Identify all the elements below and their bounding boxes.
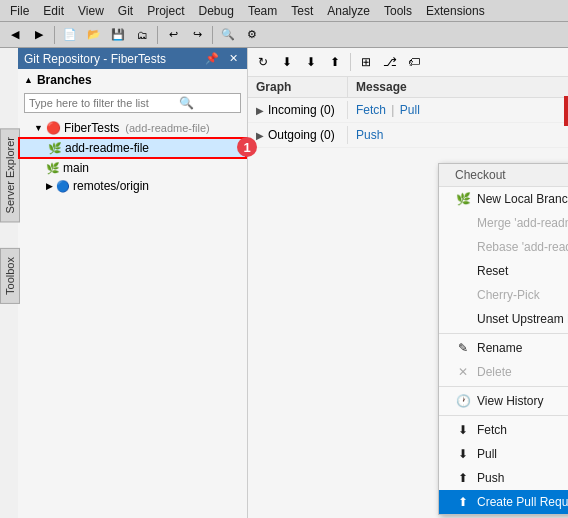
branch-main[interactable]: 🌿 main	[18, 159, 247, 177]
outgoing-row: ▶ Outgoing (0) Push	[248, 123, 568, 148]
fetch-link[interactable]: Fetch	[356, 103, 386, 117]
branch-add-readme[interactable]: 🌿 add-readme-file	[18, 137, 247, 159]
pull-btn[interactable]: ⬇	[300, 51, 322, 73]
ctx-rename[interactable]: ✎ Rename	[439, 336, 568, 360]
ctx-merge: Merge 'add-readme-file' into 'add-readme…	[439, 211, 568, 235]
new-branch-icon: 🌿	[455, 192, 471, 206]
fetch-icon: ⬇	[455, 423, 471, 437]
branch-label-main: main	[63, 161, 89, 175]
fetch-remote-btn[interactable]: ⬇	[276, 51, 298, 73]
git-panel: Git Repository - FiberTests 📌 ✕ ▲ Branch…	[18, 48, 248, 518]
toolbar-sep-1	[54, 26, 55, 44]
repo-root-item[interactable]: ▼ 🔴 FiberTests (add-readme-file)	[18, 119, 247, 137]
ctx-pull[interactable]: ⬇ Pull	[439, 442, 568, 466]
search-btn[interactable]: 🔍	[217, 24, 239, 46]
redo-btn[interactable]: ↪	[186, 24, 208, 46]
remote-icon: 🔵	[56, 180, 70, 193]
git-panel-title: Git Repository - FiberTests	[24, 52, 166, 66]
filter-input[interactable]	[29, 97, 179, 109]
git-tb-sep	[350, 53, 351, 71]
incoming-label: Incoming (0)	[268, 103, 335, 117]
save-btn[interactable]: 💾	[107, 24, 129, 46]
search-icon: 🔍	[179, 96, 194, 110]
repo-branch-hint: (add-readme-file)	[122, 122, 209, 134]
repo-branch-icon: 🔴	[46, 121, 61, 135]
menu-file[interactable]: File	[4, 2, 35, 20]
refresh-btn[interactable]: ↻	[252, 51, 274, 73]
close-panel-btn[interactable]: ✕	[226, 51, 241, 66]
push-btn[interactable]: ⬆	[324, 51, 346, 73]
toolbar-sep-3	[212, 26, 213, 44]
main-layout: Server Explorer Toolbox Git Repository -…	[0, 48, 568, 518]
repo-name: FiberTests	[64, 121, 119, 135]
remotes-origin[interactable]: ▶ 🔵 remotes/origin	[18, 177, 247, 195]
saveall-btn[interactable]: 🗂	[131, 24, 153, 46]
pin-btn[interactable]: 📌	[202, 51, 222, 66]
pull-icon: ⬇	[455, 447, 471, 461]
right-panel: ↻ ⬇ ⬇ ⬆ ⊞ ⎇ 🏷 Graph Message ▶ Incoming (…	[248, 48, 568, 518]
ctx-fetch[interactable]: ⬇ Fetch	[439, 418, 568, 442]
menu-team[interactable]: Team	[242, 2, 283, 20]
menu-extensions[interactable]: Extensions	[420, 2, 491, 20]
ctx-cherry-pick: Cherry-Pick	[439, 283, 568, 307]
back-btn[interactable]: ◀	[4, 24, 26, 46]
header-btns: 📌 ✕	[202, 51, 241, 66]
history-icon: 🕐	[455, 394, 471, 408]
menu-project[interactable]: Project	[141, 2, 190, 20]
ctx-reset[interactable]: Reset ▶	[439, 259, 568, 283]
server-explorer-tab[interactable]: Server Explorer	[0, 128, 20, 222]
rename-icon: ✎	[455, 341, 471, 355]
tag-btn[interactable]: 🏷	[403, 51, 425, 73]
settings-btn[interactable]: ⚙	[241, 24, 263, 46]
branch-item-wrapper: 🌿 add-readme-file 1	[18, 137, 247, 159]
ctx-sep-3	[439, 415, 568, 416]
ctx-create-pr[interactable]: ⬆ Create Pull Request 2	[439, 490, 568, 514]
ctx-new-local-branch[interactable]: 🌿 New Local Branch From...	[439, 187, 568, 211]
outgoing-expand[interactable]: ▶	[256, 130, 264, 141]
menu-view[interactable]: View	[72, 2, 110, 20]
outgoing-message-cell: Push	[348, 126, 568, 144]
pipe-sep-1: |	[391, 103, 394, 117]
ctx-view-history[interactable]: 🕐 View History	[439, 389, 568, 413]
menu-analyze[interactable]: Analyze	[321, 2, 376, 20]
pull-link[interactable]: Pull	[400, 103, 420, 117]
push-icon: ⬆	[455, 471, 471, 485]
ctx-push[interactable]: ⬆ Push	[439, 466, 568, 490]
ctx-delete: ✕ Delete Del	[439, 360, 568, 384]
remotes-expand-icon: ▶	[46, 181, 53, 191]
menu-bar: File Edit View Git Project Debug Team Te…	[0, 0, 568, 22]
forward-btn[interactable]: ▶	[28, 24, 50, 46]
ctx-sep-1	[439, 333, 568, 334]
ctx-unset-upstream[interactable]: Unset Upstream Branch	[439, 307, 568, 331]
ctx-checkout-header: Checkout	[439, 164, 568, 187]
red-accent	[564, 96, 568, 126]
git-panel-header: Git Repository - FiberTests 📌 ✕	[18, 48, 247, 69]
branch-icon-add-readme: 🌿	[48, 142, 62, 155]
outgoing-graph-cell: ▶ Outgoing (0)	[248, 126, 348, 144]
outgoing-label: Outgoing (0)	[268, 128, 335, 142]
incoming-expand[interactable]: ▶	[256, 105, 264, 116]
menu-git[interactable]: Git	[112, 2, 139, 20]
new-btn[interactable]: 📄	[59, 24, 81, 46]
tree-area: ▼ 🔴 FiberTests (add-readme-file) 🌿 add-r…	[18, 115, 247, 518]
filter-btn[interactable]: ⊞	[355, 51, 377, 73]
menu-test[interactable]: Test	[285, 2, 319, 20]
branch-label-add-readme: add-readme-file	[65, 141, 149, 155]
git-toolbar: ↻ ⬇ ⬇ ⬆ ⊞ ⎇ 🏷	[248, 48, 568, 77]
undo-btn[interactable]: ↩	[162, 24, 184, 46]
remotes-label: remotes/origin	[73, 179, 149, 193]
toolbox-tab[interactable]: Toolbox	[0, 248, 20, 304]
graph-header: Graph Message	[248, 77, 568, 98]
ctx-rebase: Rebase 'add-readme-file' onto 'add-readm…	[439, 235, 568, 259]
context-menu: Checkout 🌿 New Local Branch From... Merg…	[438, 163, 568, 515]
menu-tools[interactable]: Tools	[378, 2, 418, 20]
incoming-graph-cell: ▶ Incoming (0)	[248, 101, 348, 119]
branch-icon-main: 🌿	[46, 162, 60, 175]
branch-btn[interactable]: ⎇	[379, 51, 401, 73]
ctx-sep-2	[439, 386, 568, 387]
menu-debug[interactable]: Debug	[193, 2, 240, 20]
main-toolbar: ◀ ▶ 📄 📂 💾 🗂 ↩ ↪ 🔍 ⚙	[0, 22, 568, 48]
push-link[interactable]: Push	[356, 128, 383, 142]
open-btn[interactable]: 📂	[83, 24, 105, 46]
menu-edit[interactable]: Edit	[37, 2, 70, 20]
